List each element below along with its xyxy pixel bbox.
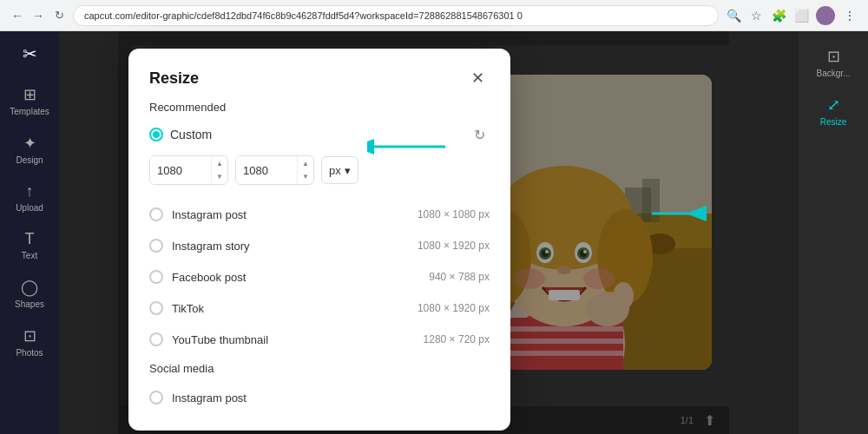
height-spinners: ▲ ▼	[297, 157, 313, 183]
preset-radio-instagram-post[interactable]	[149, 207, 163, 221]
preset-size-tiktok: 1080 × 1920 px	[418, 302, 490, 314]
resize-icon: ⤢	[827, 95, 840, 115]
preset-radio-instagram-post-2[interactable]	[149, 391, 163, 404]
height-decrement[interactable]: ▼	[298, 170, 313, 183]
resize-panel-item[interactable]: ⤢ Resize	[804, 89, 863, 134]
list-item[interactable]: YouTube thumbnail 1280 × 720 px	[149, 324, 490, 355]
sidebar-item-photos[interactable]: ⊡ Photos	[5, 319, 54, 365]
profile-icon[interactable]: ⬜	[793, 8, 809, 23]
custom-option-row: Custom ↻	[149, 124, 490, 145]
reload-button[interactable]: ↻	[52, 9, 66, 23]
width-decrement[interactable]: ▼	[212, 170, 227, 183]
size-inputs-row: ▲ ▼ ▲ ▼ px ▾	[149, 155, 490, 185]
extensions-icon[interactable]: 🧩	[771, 8, 786, 23]
sidebar-item-upload[interactable]: ↑ Upload	[5, 175, 54, 220]
unit-chevron-icon: ▾	[345, 164, 351, 177]
preset-size-facebook-post: 940 × 788 px	[429, 271, 490, 283]
list-item[interactable]: Instagram post	[149, 382, 490, 413]
avatar[interactable]	[816, 6, 835, 25]
width-input[interactable]	[150, 156, 211, 184]
back-button[interactable]: ←	[10, 9, 24, 23]
refresh-button[interactable]: ↻	[469, 124, 490, 145]
modal-header: Resize ✕	[128, 49, 510, 101]
preset-size-youtube-thumbnail: 1280 × 720 px	[424, 333, 490, 345]
url-text: capcut.com/editor-graphic/cdef8d12dbd74f…	[84, 10, 523, 21]
browser-chrome: ← → ↻ capcut.com/editor-graphic/cdef8d12…	[0, 0, 868, 31]
list-item[interactable]: Instagram story 1080 × 1920 px	[149, 230, 490, 261]
modal-overlay: Resize ✕ Recommended Custom ↻	[59, 31, 799, 434]
logo[interactable]: ✂	[16, 40, 43, 68]
close-modal-button[interactable]: ✕	[465, 66, 490, 90]
height-input[interactable]	[236, 156, 297, 184]
design-icon: ✦	[23, 134, 36, 153]
preset-name-instagram-post: Instagram post	[172, 208, 418, 221]
preset-radio-facebook-post[interactable]	[149, 270, 163, 284]
custom-label: Custom	[170, 128, 212, 141]
preset-name-tiktok: TikTok	[172, 302, 418, 315]
height-input-wrapper: ▲ ▼	[235, 155, 314, 185]
preset-name-facebook-post: Facebook post	[172, 271, 429, 284]
sidebar: ✂ ⊞ Templates ✦ Design ↑ Upload T Text ◯…	[0, 31, 59, 434]
resize-modal: Resize ✕ Recommended Custom ↻	[128, 49, 510, 431]
zoom-icon[interactable]: 🔍	[726, 8, 741, 23]
presets-list: Instagram post 1080 × 1080 px Instagram …	[149, 199, 490, 355]
height-increment[interactable]: ▲	[298, 157, 313, 170]
preset-name-instagram-story: Instagram story	[172, 240, 418, 253]
sidebar-item-shapes[interactable]: ◯ Shapes	[5, 271, 54, 316]
sidebar-item-text[interactable]: T Text	[5, 223, 54, 267]
width-spinners: ▲ ▼	[211, 157, 227, 183]
browser-icons: 🔍 ☆ 🧩 ⬜ ⋮	[726, 6, 858, 25]
unit-value: px	[329, 164, 341, 177]
preset-radio-youtube-thumbnail[interactable]	[149, 332, 163, 346]
preset-size-instagram-post: 1080 × 1080 px	[418, 208, 490, 220]
menu-icon[interactable]: ⋮	[842, 8, 858, 23]
app-container: ✂ ⊞ Templates ✦ Design ↑ Upload T Text ◯…	[0, 31, 868, 434]
modal-title: Resize	[149, 69, 199, 88]
background-panel-item[interactable]: ⊡ Backgr...	[804, 40, 863, 85]
background-icon: ⊡	[827, 47, 840, 66]
width-input-wrapper: ▲ ▼	[149, 155, 228, 185]
list-item[interactable]: Instagram post 1080 × 1080 px	[149, 199, 490, 230]
list-item[interactable]: Facebook post 940 × 788 px	[149, 261, 490, 293]
sidebar-item-design[interactable]: ✦ Design	[5, 127, 54, 172]
bookmark-icon[interactable]: ☆	[748, 8, 764, 23]
width-increment[interactable]: ▲	[212, 157, 227, 170]
preset-radio-tiktok[interactable]	[149, 301, 163, 315]
custom-radio-button[interactable]	[149, 128, 163, 141]
templates-icon: ⊞	[23, 85, 36, 104]
url-bar[interactable]: capcut.com/editor-graphic/cdef8d12dbd74f…	[73, 5, 719, 26]
forward-button[interactable]: →	[31, 9, 45, 23]
modal-body: Recommended Custom ↻ ▲ ▼	[128, 101, 510, 431]
preset-name-youtube-thumbnail: YouTube thumbnail	[172, 333, 424, 346]
sidebar-item-templates[interactable]: ⊞ Templates	[5, 78, 54, 123]
text-icon: T	[25, 230, 35, 248]
social-media-label: Social media	[149, 362, 490, 375]
canvas-area: 1/1 ⬆ Resize	[59, 31, 799, 434]
right-panel: ⊡ Backgr... ⤢ Resize	[799, 31, 868, 434]
list-item[interactable]: TikTok 1080 × 1920 px	[149, 293, 490, 324]
social-media-section: Social media Instagram post	[149, 362, 490, 413]
recommended-section-label: Recommended	[149, 101, 490, 114]
unit-select[interactable]: px ▾	[321, 156, 358, 184]
upload-icon: ↑	[26, 182, 34, 201]
preset-size-instagram-story: 1080 × 1920 px	[418, 240, 490, 252]
preset-name-instagram-post-2: Instagram post	[172, 391, 490, 404]
shapes-icon: ◯	[21, 278, 38, 297]
preset-radio-instagram-story[interactable]	[149, 239, 163, 253]
photos-icon: ⊡	[23, 326, 36, 345]
